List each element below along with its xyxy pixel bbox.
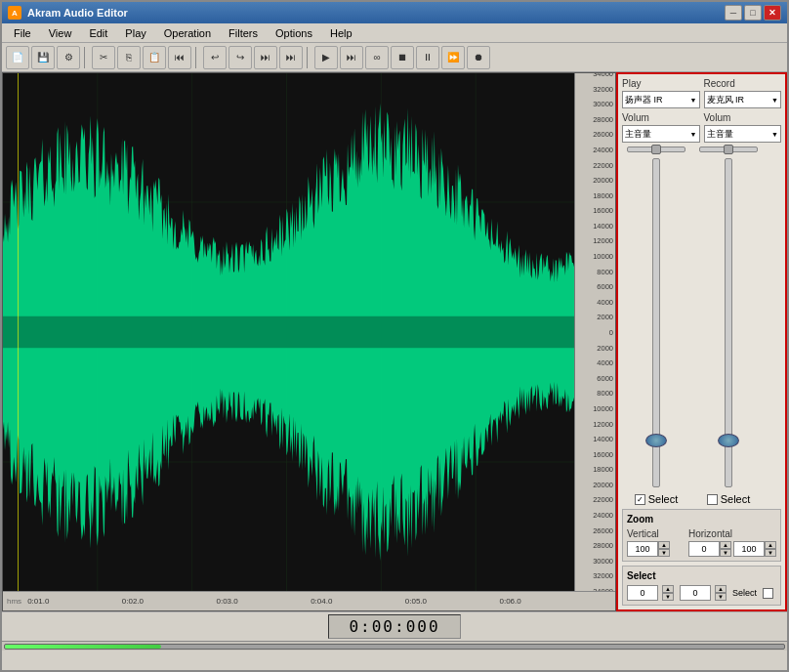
play-volume-select[interactable]: 主音量 ▼: [622, 125, 700, 143]
vertical-zoom-input[interactable]: 100: [627, 541, 658, 557]
vertical-zoom-down[interactable]: ▼: [658, 549, 670, 557]
toolbar-copy[interactable]: ⎘: [117, 46, 141, 69]
record-device-select[interactable]: 麦克风 IR ▼: [704, 91, 782, 108]
record-select-row: Select: [707, 493, 751, 505]
scale-label: 8000: [597, 389, 613, 398]
window-controls: ─ □ ✕: [725, 5, 781, 21]
select-value2[interactable]: 0: [680, 585, 711, 601]
horizontal-zoom-input2[interactable]: 100: [733, 541, 765, 557]
scale-label: 6000: [597, 282, 613, 291]
horizontal-zoom-down1[interactable]: ▼: [720, 549, 731, 557]
scale-label: 34000: [593, 73, 613, 78]
record-volume-arrow: ▼: [771, 131, 778, 138]
scale-label: 32000: [593, 84, 613, 93]
toolbar-sep-1: [84, 47, 88, 68]
horizontal-zoom-input1[interactable]: 0: [688, 541, 720, 557]
maximize-button[interactable]: □: [744, 5, 762, 21]
play-v-slider-container: [652, 156, 660, 489]
record-section: Record 麦克风 IR ▼: [704, 78, 782, 108]
toolbar-special[interactable]: ⏮: [168, 46, 191, 69]
toolbar-undo[interactable]: ↩: [203, 46, 227, 69]
menu-options[interactable]: Options: [268, 25, 320, 41]
close-button[interactable]: ✕: [764, 5, 781, 21]
title-bar: A Akram Audio Editor ─ □ ✕: [2, 2, 787, 23]
menu-file[interactable]: File: [6, 25, 39, 41]
volume-row: Volum 主音量 ▼ Volum 主音量 ▼: [622, 112, 781, 143]
scale-label: 22000: [593, 495, 613, 504]
scale-label: 28000: [593, 114, 613, 123]
play-volume-value: 主音量: [625, 128, 651, 141]
play-volume-arrow: ▼: [690, 131, 697, 138]
toolbar-stop[interactable]: ⏹: [391, 46, 414, 69]
scale-label: 18000: [593, 190, 613, 199]
scale-label: 20000: [593, 176, 613, 185]
toolbar-sep-3: [307, 47, 311, 68]
scale-label: 18000: [593, 465, 613, 474]
toolbar-forward[interactable]: ⏩: [441, 46, 465, 69]
select-down2[interactable]: ▼: [715, 593, 727, 601]
menu-filters[interactable]: Filters: [221, 25, 266, 41]
record-select-label: Select: [721, 493, 751, 505]
play-h-slider[interactable]: [627, 147, 685, 152]
toolbar-play[interactable]: ▶: [314, 46, 338, 69]
menu-play[interactable]: Play: [117, 25, 153, 41]
scale-label: 30000: [593, 100, 613, 108]
toolbar-skip2[interactable]: ⏭: [279, 46, 303, 69]
menu-view[interactable]: View: [41, 25, 80, 41]
record-volume-select[interactable]: 主音量 ▼: [704, 125, 782, 143]
progress-bar: [2, 641, 787, 651]
toolbar-loop[interactable]: ∞: [365, 46, 389, 69]
progress-track[interactable]: [4, 644, 785, 650]
select-up1[interactable]: ▲: [662, 585, 674, 593]
select-down1[interactable]: ▼: [662, 593, 674, 601]
horizontal-zoom-up1[interactable]: ▲: [720, 541, 731, 549]
play-slider-group: Select: [622, 147, 690, 505]
menu-operation[interactable]: Operation: [156, 25, 219, 41]
record-v-slider-thumb[interactable]: [718, 434, 739, 447]
play-v-slider-thumb[interactable]: [645, 434, 667, 447]
scale-label: 20000: [593, 480, 613, 488]
waveform-display[interactable]: /* This won't run in SVG context; we gen…: [3, 73, 574, 591]
menu-edit[interactable]: Edit: [81, 25, 115, 41]
select-value1[interactable]: 0: [627, 585, 658, 601]
vertical-zoom-up[interactable]: ▲: [658, 541, 670, 549]
toolbar-new[interactable]: 📄: [6, 46, 29, 69]
toolbar-cut[interactable]: ✂: [92, 46, 115, 69]
time-display-bar: 0:00:000: [2, 611, 787, 641]
play-device-arrow: ▼: [690, 97, 697, 104]
record-volume-section: Volum 主音量 ▼: [704, 112, 782, 143]
menu-help[interactable]: Help: [322, 25, 360, 41]
play-volume-label: Volum: [622, 112, 700, 123]
toolbar-settings[interactable]: ⚙: [57, 46, 80, 69]
record-device-arrow: ▼: [771, 97, 778, 104]
play-select-row: Select: [635, 493, 679, 505]
play-device-select[interactable]: 扬声器 IR ▼: [622, 91, 700, 108]
record-h-slider[interactable]: [699, 147, 758, 152]
toolbar-save[interactable]: 💾: [31, 46, 55, 69]
record-select-checkbox[interactable]: [707, 494, 718, 505]
toolbar-redo[interactable]: ↪: [228, 46, 252, 69]
scale-label: 24000: [593, 145, 613, 153]
play-v-slider-track[interactable]: [652, 158, 660, 487]
toolbar-play2[interactable]: ⏭: [340, 46, 363, 69]
toolbar: 📄 💾 ⚙ ✂ ⎘ 📋 ⏮ ↩ ↪ ⏭ ⏭ ▶ ⏭ ∞ ⏹ ⏸ ⏩ ⏺: [2, 43, 787, 72]
hms-label: hms: [7, 597, 21, 606]
record-v-slider-track[interactable]: [725, 158, 732, 487]
toolbar-pause[interactable]: ⏸: [416, 46, 439, 69]
horizontal-zoom-down2[interactable]: ▼: [765, 549, 776, 557]
scale-label: 12000: [593, 236, 613, 245]
select-up2[interactable]: ▲: [715, 585, 727, 593]
sliders-row: Select: [622, 147, 781, 505]
toolbar-record[interactable]: ⏺: [467, 46, 490, 69]
horizontal-zoom-up2[interactable]: ▲: [765, 541, 776, 549]
progress-fill: [5, 645, 161, 649]
play-section: Play 扬声器 IR ▼: [622, 78, 700, 108]
select-spinners2: ▲ ▼: [715, 585, 727, 601]
play-select-checkbox[interactable]: [635, 494, 645, 505]
toolbar-skip[interactable]: ⏭: [254, 46, 277, 69]
minimize-button[interactable]: ─: [725, 5, 742, 21]
scale-label: 26000: [593, 525, 613, 534]
toolbar-paste[interactable]: 📋: [143, 46, 166, 69]
scale-label: 2000: [597, 343, 613, 352]
select-bottom-checkbox[interactable]: [763, 588, 773, 599]
